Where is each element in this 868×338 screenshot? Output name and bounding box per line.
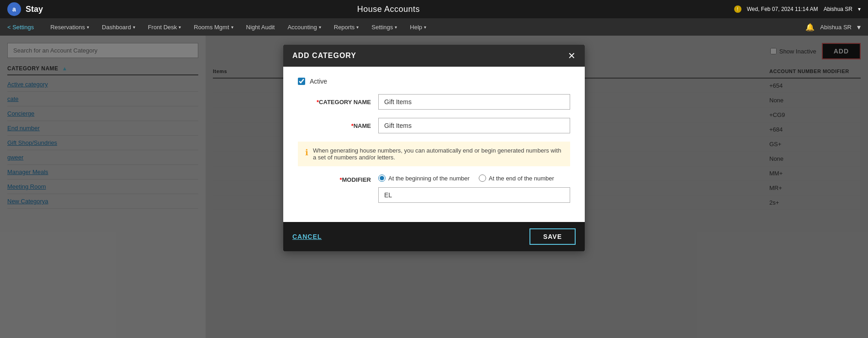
chevron-down-icon: ▾ bbox=[356, 25, 359, 30]
info-icon: ℹ bbox=[305, 148, 308, 158]
nav-dashboard[interactable]: Dashboard ▾ bbox=[96, 21, 141, 33]
active-row: Active bbox=[298, 78, 570, 85]
modal-footer: CANCEL SAVE bbox=[283, 222, 585, 251]
close-button[interactable]: ✕ bbox=[568, 51, 576, 60]
nav-help[interactable]: Help ▾ bbox=[404, 21, 432, 33]
user-menu-arrow[interactable]: ▾ bbox=[857, 23, 861, 32]
name-label: *NAME bbox=[298, 122, 371, 129]
top-bar-right: ! Wed, Feb 07, 2024 11:14 AM Abishua SR … bbox=[734, 5, 861, 13]
nav-right: 🔔 Abishua SR ▾ bbox=[805, 23, 861, 32]
modifier-label: *MODIFIER bbox=[298, 174, 371, 183]
active-label[interactable]: Active bbox=[310, 78, 327, 85]
radio-end[interactable]: At the end of the number bbox=[479, 174, 554, 182]
modal-header: ADD CATEGORY ✕ bbox=[283, 45, 585, 67]
logo-icon: a bbox=[7, 2, 21, 16]
datetime: Wed, Feb 07, 2024 11:14 AM bbox=[747, 6, 818, 12]
clock-icon: ! bbox=[734, 5, 741, 13]
nav-accounting[interactable]: Accounting ▾ bbox=[282, 21, 326, 33]
user-display-name: Abishua SR bbox=[820, 24, 852, 31]
chevron-down-icon: ▾ bbox=[395, 25, 397, 30]
modifier-options: At the beginning of the number At the en… bbox=[378, 174, 570, 203]
category-name-input[interactable] bbox=[378, 94, 570, 110]
name-row: *NAME bbox=[298, 118, 570, 133]
name-input[interactable] bbox=[378, 118, 570, 133]
chevron-down-icon: ▾ bbox=[319, 25, 321, 30]
radio-beginning-input[interactable] bbox=[378, 174, 386, 182]
radio-beginning[interactable]: At the beginning of the number bbox=[378, 174, 470, 182]
category-name-label: *CATEGORY NAME bbox=[298, 99, 371, 106]
nav-front-desk[interactable]: Front Desk ▾ bbox=[143, 21, 187, 33]
radio-row: At the beginning of the number At the en… bbox=[378, 174, 570, 182]
top-bar: a Stay House Accounts ! Wed, Feb 07, 202… bbox=[0, 0, 868, 18]
info-box: ℹ When generating house numbers, you can… bbox=[298, 142, 570, 166]
modal-title: ADD CATEGORY bbox=[292, 52, 356, 60]
settings-back-link[interactable]: < Settings bbox=[7, 24, 34, 31]
radio-end-input[interactable] bbox=[479, 174, 486, 182]
app-name: Stay bbox=[26, 5, 43, 14]
user-name: Abishua SR bbox=[824, 6, 852, 12]
active-checkbox[interactable] bbox=[298, 78, 305, 85]
modal-overlay: ADD CATEGORY ✕ Active *CATEGORY NAME bbox=[0, 36, 868, 338]
modal-body: Active *CATEGORY NAME *NAME bbox=[283, 67, 585, 222]
nav-night-audit[interactable]: Night Audit bbox=[241, 21, 281, 33]
chevron-down-icon: ▾ bbox=[231, 25, 233, 30]
chevron-down-icon: ▾ bbox=[87, 25, 89, 30]
nav-rooms-mgmt[interactable]: Rooms Mgmt ▾ bbox=[188, 21, 238, 33]
bell-icon[interactable]: 🔔 bbox=[805, 23, 815, 32]
add-category-modal: ADD CATEGORY ✕ Active *CATEGORY NAME bbox=[283, 45, 585, 251]
save-button[interactable]: SAVE bbox=[529, 228, 576, 245]
modifier-input[interactable] bbox=[378, 187, 570, 203]
info-text: When generating house numbers, you can a… bbox=[313, 147, 563, 161]
chevron-down-icon: ▾ bbox=[424, 25, 426, 30]
app-logo-area: a Stay bbox=[7, 2, 43, 16]
content-area: CATEGORY NAME ▲ Active category cate Con… bbox=[0, 36, 868, 338]
nav-reservations[interactable]: Reservations ▾ bbox=[45, 21, 95, 33]
user-dropdown-icon[interactable]: ▾ bbox=[858, 6, 861, 12]
nav-reports[interactable]: Reports ▾ bbox=[328, 21, 365, 33]
category-name-row: *CATEGORY NAME bbox=[298, 94, 570, 110]
cancel-button[interactable]: CANCEL bbox=[292, 233, 322, 240]
nav-bar: < Settings Reservations ▾ Dashboard ▾ Fr… bbox=[0, 18, 868, 36]
chevron-down-icon: ▾ bbox=[179, 25, 181, 30]
page-title: House Accounts bbox=[357, 5, 420, 14]
modifier-row: *MODIFIER At the beginning of the number… bbox=[298, 174, 570, 203]
chevron-down-icon: ▾ bbox=[133, 25, 135, 30]
nav-settings[interactable]: Settings ▾ bbox=[366, 21, 402, 33]
